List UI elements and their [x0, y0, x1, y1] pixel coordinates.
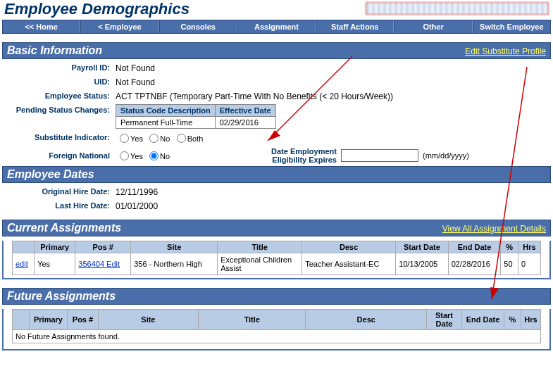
- col-title: Title: [218, 241, 302, 253]
- fcol-start: Start Date: [427, 309, 462, 329]
- foreign-national-label: Foreign National: [6, 151, 116, 160]
- substitute-yes-radio[interactable]: [120, 134, 129, 143]
- substitute-indicator-group: Yes No Both: [116, 132, 203, 143]
- fcol-hrs: Hrs: [521, 309, 541, 329]
- payroll-id-value: Not Found: [116, 62, 155, 73]
- pending-status-th-desc: Status Code Description: [116, 105, 216, 117]
- fcol-blank: [13, 309, 30, 329]
- header-user-info: [366, 2, 549, 15]
- employee-status-value: ACT TPTNBF (Temporary Part-Time With No …: [116, 90, 393, 101]
- eligibility-hint: (mm/dd/yyyy): [423, 151, 469, 160]
- section-current-header: Current Assignments View All Assignment …: [2, 220, 551, 236]
- section-future-title: Future Assignments: [7, 290, 116, 303]
- col-blank: [13, 241, 35, 253]
- pending-status-table: Status Code Description Effective Date P…: [116, 104, 276, 129]
- foreign-yes-radio[interactable]: [120, 151, 129, 160]
- uid-label: UID:: [6, 76, 116, 86]
- last-hire-label: Last Hire Date:: [6, 200, 116, 210]
- eligibility-label-line1: Date Employment: [271, 147, 337, 156]
- nav-switch-employee[interactable]: Switch Employee: [473, 20, 550, 33]
- cell-hrs: 0: [518, 253, 541, 274]
- cell-start: 10/13/2005: [396, 253, 449, 274]
- original-hire-label: Original Hire Date:: [6, 186, 116, 196]
- payroll-id-label: Payroll ID:: [6, 62, 116, 72]
- fcol-desc: Desc: [306, 309, 427, 329]
- substitute-yes-label: Yes: [130, 134, 143, 143]
- pending-status-th-date: Effective Date: [215, 105, 275, 117]
- section-dates-title: Employee Dates: [7, 168, 94, 181]
- pending-status-date: 02/29/2016: [215, 117, 275, 129]
- substitute-no-label: No: [160, 134, 170, 143]
- view-all-assignment-link[interactable]: View All Assignment Details: [442, 224, 546, 234]
- section-dates-header: Employee Dates: [2, 166, 551, 183]
- pending-status-label: Pending Status Changes:: [6, 104, 116, 114]
- uid-value: Not Found: [116, 76, 155, 87]
- foreign-no-radio[interactable]: [149, 151, 159, 160]
- col-pct: %: [501, 241, 518, 253]
- employee-status-label: Employee Status:: [6, 90, 116, 100]
- cell-pct: 50: [501, 253, 518, 274]
- future-assignments-table: Primary Pos # Site Title Desc Start Date…: [12, 309, 541, 343]
- substitute-no-radio[interactable]: [149, 134, 159, 143]
- section-current-title: Current Assignments: [7, 222, 121, 234]
- section-basic-title: Basic Information: [7, 44, 102, 57]
- nav-other[interactable]: Other: [394, 20, 472, 33]
- section-basic-header: Basic Information Edit Substitute Profil…: [2, 42, 551, 59]
- foreign-yes-label: Yes: [130, 152, 143, 160]
- future-empty-message: No Future Assignments found.: [13, 329, 541, 343]
- table-row: No Future Assignments found.: [13, 329, 541, 343]
- substitute-both-label: Both: [187, 134, 204, 143]
- nav-staff-actions[interactable]: Staff Actions: [316, 20, 394, 33]
- col-start: Start Date: [396, 241, 449, 253]
- section-future-header: Future Assignments: [2, 288, 551, 305]
- fcol-site: Site: [99, 309, 199, 329]
- substitute-both-radio[interactable]: [177, 134, 186, 143]
- col-primary: Primary: [35, 241, 75, 253]
- edit-substitute-profile-link[interactable]: Edit Substitute Profile: [465, 46, 546, 56]
- col-site: Site: [131, 241, 218, 253]
- navbar: << Home < Employee Consoles Assignment S…: [2, 20, 551, 34]
- nav-consoles[interactable]: Consoles: [159, 20, 237, 33]
- substitute-indicator-label: Substitute Indicator:: [6, 132, 116, 141]
- cell-primary: Yes: [35, 253, 75, 274]
- col-hrs: Hrs: [518, 241, 541, 253]
- eligibility-label-line2: Eligibility Expires: [272, 156, 337, 164]
- col-end: End Date: [448, 241, 501, 253]
- nav-employee[interactable]: < Employee: [80, 20, 159, 33]
- eligibility-date-input[interactable]: [341, 149, 418, 162]
- last-hire-value: 01/01/2000: [116, 200, 158, 211]
- cell-site: 356 - Northern High: [131, 253, 218, 274]
- nav-assignment[interactable]: Assignment: [237, 20, 316, 33]
- current-header-row: Primary Pos # Site Title Desc Start Date…: [13, 241, 541, 253]
- pending-status-desc: Permanent Full-Time: [116, 117, 216, 129]
- col-desc: Desc: [302, 241, 396, 253]
- cell-end: 02/28/2016: [448, 253, 501, 274]
- pos-link[interactable]: 356404 Edit: [78, 260, 120, 268]
- cell-title: Exceptional Children Assist: [218, 253, 302, 274]
- edit-row-link[interactable]: edit: [15, 260, 28, 268]
- fcol-end: End Date: [462, 309, 504, 329]
- col-pos: Pos #: [75, 241, 131, 253]
- current-assignments-table: Primary Pos # Site Title Desc Start Date…: [12, 241, 541, 275]
- fcol-title: Title: [198, 309, 306, 329]
- foreign-no-label: No: [160, 152, 170, 160]
- fcol-pos: Pos #: [68, 309, 99, 329]
- fcol-primary: Primary: [30, 309, 68, 329]
- cell-desc: Teacher Assistant-EC: [302, 253, 396, 274]
- future-header-row: Primary Pos # Site Title Desc Start Date…: [13, 309, 541, 329]
- original-hire-value: 12/11/1996: [116, 186, 158, 197]
- nav-home[interactable]: << Home: [3, 20, 80, 33]
- table-row: edit Yes 356404 Edit 356 - Northern High…: [13, 253, 541, 274]
- fcol-pct: %: [504, 309, 521, 329]
